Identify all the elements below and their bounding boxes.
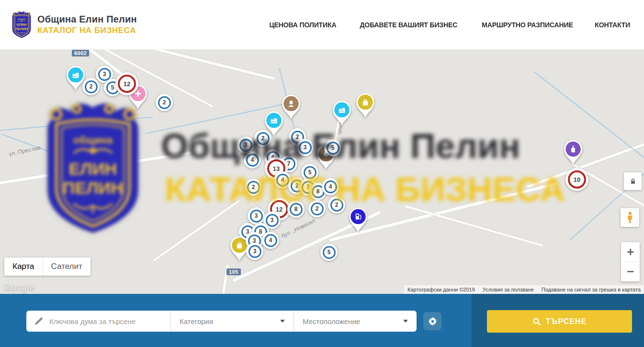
map-attribution: Картографски данни ©2019 Условия за полз…	[404, 285, 644, 294]
search-submit-button[interactable]: ТЪРСЕНЕ	[487, 310, 632, 333]
map-waterway	[533, 71, 644, 169]
map-cluster[interactable]: 4	[322, 178, 339, 195]
gear-icon	[428, 316, 438, 326]
shield-word-pelin: ПЕЛИН	[15, 26, 28, 31]
site-subtitle: КАТАЛОГ НА БИЗНЕСА	[37, 26, 137, 35]
nav-bus-schedule[interactable]: МАРШРУТНО РАЗПИСАНИЕ	[482, 21, 573, 29]
shield-word-elin: ЕЛИН	[17, 22, 27, 27]
map-pin-factory[interactable]	[331, 100, 353, 129]
map-road	[0, 151, 191, 186]
road-shield: 6002	[72, 50, 89, 56]
search-fields: Категория Местоположение	[26, 311, 417, 332]
terms-link[interactable]: Условия за ползване	[483, 287, 534, 292]
map-pin-church[interactable]	[562, 139, 584, 168]
municipality-logo: община ЕЛИН ПЕЛИН	[11, 11, 33, 39]
shield-word-pelin: ПЕЛИН	[63, 178, 124, 198]
search-bar: Категория Местоположение ТЪРСЕНЕ	[0, 294, 644, 347]
pegman-button[interactable]	[621, 208, 639, 227]
location-select[interactable]: Местоположение	[294, 311, 417, 332]
google-logo[interactable]: Google	[4, 282, 34, 293]
site-title: Община Елин Пелин	[37, 14, 137, 25]
street-label: ул. Преслав	[8, 144, 41, 157]
map-type-satellite-button[interactable]: Сателит	[43, 257, 90, 276]
report-error-link[interactable]: Подаване на сигнал за грешка в картата	[542, 287, 641, 292]
main-nav: ЦЕНОВА ПОЛИТИКА ДОБАВЕТЕ ВАШИЯТ БИЗНЕС М…	[267, 21, 632, 29]
map-cluster[interactable]: 2	[254, 130, 271, 147]
map-cluster[interactable]: 2	[308, 200, 326, 217]
map-pin-fuel[interactable]	[347, 207, 369, 236]
map-cluster[interactable]: 10	[565, 168, 588, 191]
shield-word-obshtina: община	[73, 134, 113, 146]
lock-icon	[629, 178, 637, 185]
street-label: бул. „Новосел	[280, 217, 316, 240]
location-select-value: Местоположение	[303, 317, 360, 325]
map-road	[405, 205, 543, 247]
map-cluster[interactable]: 2	[245, 179, 262, 196]
map-type-map-button[interactable]: Карта	[4, 257, 43, 276]
header: община ЕЛИН ПЕЛИН Община Елин Пелин КАТА…	[0, 0, 644, 50]
map-cluster[interactable]: 2	[328, 196, 345, 213]
chevron-down-icon	[403, 320, 408, 323]
map-cluster[interactable]: 2	[82, 78, 100, 95]
map-cluster[interactable]: 8	[287, 201, 305, 218]
watermark-subtitle: КАТАЛОГ НА БИЗНЕСА	[165, 170, 565, 209]
map-canvas[interactable]: ул. Преславбул. „Новоселция"6002105 3251…	[0, 50, 644, 294]
map-cluster[interactable]: 4	[244, 151, 261, 168]
pegman-icon	[626, 211, 634, 224]
road-shield: 105	[226, 269, 241, 275]
map-cluster[interactable]: 5	[324, 139, 341, 157]
nav-contacts[interactable]: КОНТАКТИ	[595, 21, 631, 29]
page: община ЕЛИН ПЕЛИН Община Елин Пелин КАТА…	[0, 0, 644, 347]
attribution-data: Картографски данни ©2019	[407, 287, 475, 292]
advanced-search-button[interactable]	[423, 312, 441, 330]
nav-pricing[interactable]: ЦЕНОВА ПОЛИТИКА	[270, 21, 337, 29]
keyword-input[interactable]	[49, 317, 159, 325]
search-icon	[532, 317, 541, 326]
map-pin-bag[interactable]	[354, 92, 376, 122]
lock-button[interactable]	[624, 172, 642, 190]
category-select-value: Категория	[180, 317, 213, 325]
zoom-in-button[interactable]: +	[621, 242, 640, 262]
keyword-field	[26, 311, 170, 332]
search-submit-label: ТЪРСЕНЕ	[546, 317, 587, 326]
shield-word-obshtina: община	[18, 17, 26, 20]
map-cluster[interactable]: 12	[115, 72, 138, 95]
map-cluster[interactable]: 3	[248, 207, 265, 224]
map-type-control: Карта Сателит	[4, 257, 90, 276]
map-cluster[interactable]: 3	[246, 243, 263, 260]
map-road	[153, 200, 240, 261]
chevron-down-icon	[280, 320, 285, 323]
map-cluster[interactable]: 3	[296, 139, 314, 156]
nav-add-business[interactable]: ДОБАВЕТЕ ВАШИЯТ БИЗНЕС	[360, 21, 457, 29]
zoom-out-button[interactable]: −	[621, 262, 640, 281]
brand-link[interactable]: община ЕЛИН ПЕЛИН Община Елин Пелин КАТА…	[11, 11, 137, 39]
map-cluster[interactable]: 4	[262, 232, 279, 249]
map-cluster[interactable]: 5	[320, 244, 338, 261]
brand-text: Община Елин Пелин КАТАЛОГ НА БИЗНЕСА	[37, 14, 137, 35]
category-select[interactable]: Категория	[170, 311, 294, 332]
zoom-control: + −	[621, 242, 640, 281]
pencil-icon	[34, 316, 44, 326]
map-cluster[interactable]: 2	[156, 94, 173, 111]
map-waterway	[0, 117, 153, 132]
